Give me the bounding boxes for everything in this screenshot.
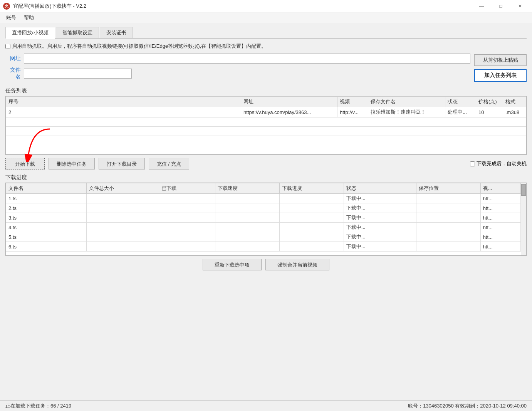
dl-cell-progress — [279, 232, 344, 242]
cell-url: https://v.huya.com/play/3863... — [241, 107, 337, 117]
col-filename: 保存文件名 — [368, 97, 445, 107]
dl-cell-status: 下载中... — [344, 223, 416, 232]
auto-shutdown-checkbox[interactable] — [470, 161, 475, 166]
download-table-row[interactable]: 6.ts 下载中... htt... — [6, 242, 521, 252]
table-row-empty-4 — [6, 145, 526, 154]
dl-cell-filename: 1.ts — [6, 194, 87, 203]
download-table-row[interactable]: 5.ts 下载中... htt... — [6, 232, 521, 242]
dl-cell-status: 下载中... — [344, 213, 416, 223]
download-table-row[interactable]: 1.ts 下载中... htt... — [6, 194, 521, 203]
retry-download-button[interactable]: 重新下载选中项 — [203, 259, 262, 270]
window-title: 宜配屋(直播回放)下载快车 - V2.2 — [13, 3, 473, 10]
filename-input[interactable] — [24, 69, 132, 79]
filename-label: 文件名 — [5, 67, 21, 81]
auto-capture-label: 启用自动抓取。启用后，程序将自动抓取视频链接(可抓取微信/IE/Edge等浏览器… — [12, 43, 266, 50]
dl-cell-progress — [279, 242, 344, 252]
dl-cell-progress — [279, 223, 344, 232]
menu-help[interactable]: 帮助 — [20, 13, 38, 22]
dl-cell-status: 下载中... — [344, 203, 416, 213]
dl-cell-downloaded — [159, 213, 215, 223]
app-icon: 火 — [3, 3, 10, 10]
dl-cell-filename: 2.ts — [6, 203, 87, 213]
dl-cell-speed — [215, 223, 279, 232]
dl-cell-save — [416, 213, 480, 223]
cell-filename: 拉乐维加斯！速速种豆！ — [368, 107, 445, 117]
dl-cell-video: htt... — [480, 194, 520, 203]
recharge-button[interactable]: 充值 / 充点 — [149, 158, 189, 169]
dl-cell-progress — [279, 194, 344, 203]
dl-cell-speed — [215, 213, 279, 223]
dl-col-video: 视... — [480, 183, 520, 194]
col-id: 序号 — [6, 97, 241, 107]
dl-cell-save — [416, 194, 480, 203]
menubar: 账号 帮助 — [0, 12, 532, 23]
table-row-empty-1 — [6, 117, 526, 127]
cell-format: .m3u8 — [503, 107, 526, 117]
status-right: 账号：13046302050 有效期到：2020-10-12 09:40:00 — [408, 403, 527, 409]
minimize-button[interactable]: — — [473, 0, 490, 12]
titlebar: 火 宜配屋(直播回放)下载快车 - V2.2 — □ ✕ — [0, 0, 532, 12]
auto-shutdown-group: 下载完成后，自动关机 — [470, 160, 527, 167]
tab-live-replay[interactable]: 直播回放/小视频 — [5, 27, 55, 39]
main-content: 直播回放/小视频 智能抓取设置 安装证书 启用自动抓取。启用后，程序将自动抓取视… — [0, 23, 532, 400]
auto-shutdown-label: 下载完成后，自动关机 — [477, 160, 527, 167]
tab-smart-capture[interactable]: 智能抓取设置 — [56, 27, 99, 38]
url-row: 网址 — [5, 54, 470, 64]
force-merge-button[interactable]: 强制合并当前视频 — [265, 259, 329, 270]
dl-cell-progress — [279, 213, 344, 223]
col-url: 网址 — [241, 97, 337, 107]
dl-col-total: 文件总大小 — [86, 183, 159, 194]
dl-cell-video: htt... — [480, 203, 520, 213]
url-input[interactable] — [24, 54, 470, 64]
paste-button[interactable]: 从剪切板上粘贴 — [474, 54, 527, 66]
download-progress-section: 下载进度 文件名 文件总大小 已下载 下载速度 下载进度 状态 保存位置 视..… — [5, 174, 527, 256]
dl-col-filename: 文件名 — [6, 183, 87, 194]
task-table-wrapper: 序号 网址 视频 保存文件名 状态 价格(点) 格式 2 https://v.h… — [5, 96, 527, 155]
maximize-button[interactable]: □ — [492, 0, 510, 12]
scrollbar-thumb — [521, 184, 526, 196]
dl-col-progress: 下载进度 — [279, 183, 344, 194]
dl-cell-save — [416, 203, 480, 213]
task-list-section: 任务列表 序号 网址 视频 保存文件名 状态 价格(点) 格式 — [5, 87, 527, 155]
notice-row: 启用自动抓取。启用后，程序将自动抓取视频链接(可抓取微信/IE/Edge等浏览器… — [5, 43, 527, 50]
dl-cell-downloaded — [159, 194, 215, 203]
dl-cell-status: 下载中... — [344, 242, 416, 252]
auto-capture-checkbox[interactable] — [5, 44, 10, 49]
dl-col-speed: 下载速度 — [215, 183, 279, 194]
dl-cell-speed — [215, 242, 279, 252]
dl-col-downloaded: 已下载 — [159, 183, 215, 194]
col-format: 格式 — [503, 97, 526, 107]
statusbar: 正在加载下载任务：66 / 2419 账号：13046302050 有效期到：2… — [0, 400, 532, 411]
tab-install-cert[interactable]: 安装证书 — [100, 27, 133, 38]
dl-cell-filename: 3.ts — [6, 213, 87, 223]
download-table-row[interactable]: 4.ts 下载中... htt... — [6, 223, 521, 232]
dl-cell-filename: 6.ts — [6, 242, 87, 252]
delete-task-button[interactable]: 删除选中任务 — [49, 158, 95, 169]
dl-cell-downloaded — [159, 223, 215, 232]
start-download-button[interactable]: 开始下载 — [5, 158, 45, 169]
dl-col-status: 状态 — [344, 183, 416, 194]
add-task-button[interactable]: 加入任务列表 — [474, 69, 527, 82]
dl-cell-downloaded — [159, 203, 215, 213]
open-dir-button[interactable]: 打开下载目录 — [99, 158, 145, 169]
dl-cell-save — [416, 223, 480, 232]
cell-price: 10 — [476, 107, 503, 117]
scrollbar[interactable] — [521, 183, 526, 255]
table-row-empty-2 — [6, 127, 526, 136]
dl-cell-speed — [215, 203, 279, 213]
close-button[interactable]: ✕ — [511, 0, 529, 12]
dl-cell-video: htt... — [480, 213, 520, 223]
tab-bar: 直播回放/小视频 智能抓取设置 安装证书 — [5, 27, 527, 39]
table-row[interactable]: 2 https://v.huya.com/play/3863... http:/… — [6, 107, 526, 117]
col-status: 状态 — [445, 97, 476, 107]
download-table-row[interactable]: 3.ts 下载中... htt... — [6, 213, 521, 223]
dl-cell-status: 下载中... — [344, 194, 416, 203]
dl-cell-total — [86, 203, 159, 213]
table-row-empty-3 — [6, 136, 526, 145]
menu-account[interactable]: 账号 — [2, 13, 20, 22]
dl-col-save: 保存位置 — [416, 183, 480, 194]
auto-capture-checkbox-group: 启用自动抓取。启用后，程序将自动抓取视频链接(可抓取微信/IE/Edge等浏览器… — [5, 43, 266, 50]
download-table-row[interactable]: 2.ts 下载中... htt... — [6, 203, 521, 213]
dl-cell-total — [86, 223, 159, 232]
dl-cell-save — [416, 232, 480, 242]
